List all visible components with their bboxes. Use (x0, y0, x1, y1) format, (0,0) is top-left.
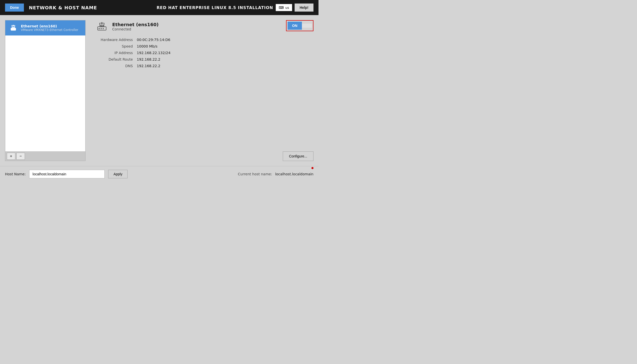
svg-rect-11 (101, 28, 102, 29)
toggle-off-button[interactable] (302, 24, 312, 28)
device-name: Ethernet (ens160) (112, 22, 158, 27)
hostname-label: Host Name: (5, 172, 26, 176)
network-list-item[interactable]: Ethernet (ens160) VMware VMXNET3 Etherne… (5, 20, 85, 35)
done-button[interactable]: Done (5, 4, 24, 12)
device-ethernet-icon (96, 20, 108, 33)
device-info: Ethernet (ens160) Connected (96, 20, 158, 33)
svg-rect-10 (99, 28, 100, 29)
network-item-text: Ethernet (ens160) VMware VMXNET3 Etherne… (21, 24, 78, 32)
installation-title: RED HAT ENTERPRISE LINUX 8.5 INSTALLATIO… (156, 5, 273, 10)
default-route-label: Default Route (101, 57, 133, 61)
header-left: Done NETWORK & HOST NAME (5, 4, 97, 12)
dns-value: 192.168.22.2 (137, 64, 313, 68)
hardware-address-value: 00:0C:29:75:14:D6 (137, 38, 313, 42)
configure-button[interactable]: Configure... (283, 151, 313, 161)
list-action-buttons: + − (5, 152, 86, 161)
network-item-name: Ethernet (ens160) (21, 24, 78, 28)
network-list: Ethernet (ens160) VMware VMXNET3 Etherne… (5, 20, 86, 152)
svg-rect-2 (14, 26, 15, 28)
network-details: Hardware Address 00:0C:29:75:14:D6 Speed… (101, 38, 313, 68)
current-hostname-value: localhost.localdomain (275, 172, 313, 176)
header: Done NETWORK & HOST NAME RED HAT ENTERPR… (0, 0, 318, 15)
svg-rect-12 (103, 28, 104, 29)
hostname-section: Host Name: Apply Current host name: loca… (0, 166, 318, 182)
help-button[interactable]: Help! (295, 4, 313, 12)
device-detail-panel: Ethernet (ens160) Connected ON Hardware … (96, 20, 313, 161)
dns-label: DNS (101, 64, 133, 68)
speed-label: Speed (101, 44, 133, 48)
svg-rect-3 (13, 27, 14, 28)
toggle-container: ON (286, 20, 313, 31)
toggle-indicator (311, 167, 313, 169)
keyboard-locale-value: us (285, 6, 289, 10)
hostname-input[interactable] (29, 170, 105, 178)
toggle-on-button[interactable]: ON (288, 22, 302, 30)
ip-address-label: IP Address (101, 51, 133, 55)
ethernet-list-icon (9, 23, 18, 32)
configure-section: Configure... (96, 136, 313, 161)
network-item-desc: VMware VMXNET3 Ethernet Controller (21, 28, 78, 32)
remove-network-button[interactable]: − (16, 153, 25, 160)
svg-rect-1 (12, 26, 13, 28)
device-status: Connected (112, 27, 158, 31)
current-hostname-section: Current host name: localhost.localdomain (238, 172, 313, 176)
apply-button[interactable]: Apply (108, 170, 128, 178)
add-network-button[interactable]: + (7, 153, 15, 160)
device-header: Ethernet (ens160) Connected ON (96, 20, 313, 33)
network-list-panel: Ethernet (ens160) VMware VMXNET3 Etherne… (5, 20, 86, 161)
toggle-wrapper: ON (286, 20, 313, 31)
svg-rect-6 (100, 25, 101, 27)
page-title: NETWORK & HOST NAME (29, 5, 97, 10)
keyboard-locale-input[interactable]: ⌨ us (276, 4, 292, 11)
svg-rect-7 (103, 25, 104, 27)
hardware-address-label: Hardware Address (101, 38, 133, 42)
device-text: Ethernet (ens160) Connected (112, 22, 158, 31)
current-hostname-label: Current host name: (238, 172, 272, 176)
speed-value: 10000 Mb/s (137, 44, 313, 48)
ip-address-value: 192.168.22.132/24 (137, 51, 313, 55)
header-center: RED HAT ENTERPRISE LINUX 8.5 INSTALLATIO… (156, 4, 313, 12)
svg-rect-8 (101, 25, 103, 27)
keyboard-icon: ⌨ (279, 6, 284, 10)
default-route-value: 192.168.22.2 (137, 57, 313, 61)
